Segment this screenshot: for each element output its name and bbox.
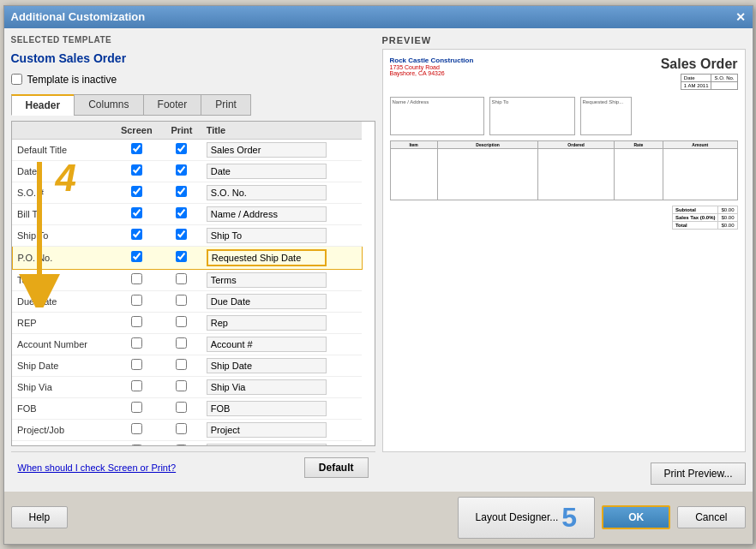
field-print-cell[interactable]	[162, 397, 201, 419]
field-print-cell[interactable]	[162, 203, 201, 224]
ok-button[interactable]: OK	[602, 505, 670, 529]
screen-checkbox[interactable]	[131, 186, 142, 197]
field-title-input[interactable]	[207, 315, 327, 331]
field-title-cell[interactable]	[201, 160, 362, 182]
print-checkbox[interactable]	[176, 229, 187, 240]
field-print-cell[interactable]	[162, 419, 201, 440]
table-row[interactable]: Ship Date	[12, 355, 362, 376]
field-screen-cell[interactable]	[111, 269, 162, 290]
field-screen-cell[interactable]	[111, 312, 162, 333]
print-checkbox[interactable]	[176, 359, 187, 370]
table-row[interactable]: REP	[12, 312, 362, 333]
field-print-cell[interactable]	[162, 440, 201, 446]
field-title-input[interactable]	[207, 228, 327, 243]
print-checkbox[interactable]	[176, 164, 187, 176]
field-title-input[interactable]	[207, 337, 327, 352]
field-screen-cell[interactable]	[111, 246, 162, 269]
screen-checkbox[interactable]	[131, 295, 142, 306]
fields-table-container[interactable]: Screen Print Title Default TitleDateS.O.…	[11, 121, 375, 446]
screen-checkbox[interactable]	[131, 229, 142, 240]
tab-print[interactable]: Print	[201, 94, 251, 116]
table-row[interactable]: Terms	[12, 269, 362, 290]
field-title-input[interactable]	[207, 164, 327, 179]
table-row[interactable]: Bill To	[12, 203, 362, 224]
table-row[interactable]: Date	[12, 160, 362, 182]
screen-checkbox[interactable]	[131, 337, 142, 349]
field-screen-cell[interactable]	[111, 419, 162, 440]
hint-link[interactable]: When should I check Screen or Print?	[18, 462, 177, 473]
tab-header[interactable]: Header	[11, 94, 75, 116]
field-title-input[interactable]	[207, 294, 327, 309]
field-title-cell[interactable]	[201, 333, 362, 355]
table-row[interactable]: Project/Job	[12, 419, 362, 440]
table-row[interactable]: Other	[12, 440, 362, 446]
help-button[interactable]: Help	[11, 506, 69, 528]
print-checkbox[interactable]	[176, 337, 187, 349]
print-checkbox[interactable]	[176, 316, 187, 327]
tab-columns[interactable]: Columns	[74, 94, 143, 116]
screen-checkbox[interactable]	[131, 143, 142, 154]
field-title-cell[interactable]	[201, 139, 362, 160]
screen-checkbox[interactable]	[131, 251, 142, 262]
table-row[interactable]: Due Date	[12, 290, 362, 312]
table-row[interactable]: Account Number	[12, 333, 362, 355]
field-title-input[interactable]	[207, 401, 327, 416]
field-title-input[interactable]	[207, 249, 327, 266]
field-screen-cell[interactable]	[111, 397, 162, 419]
screen-checkbox[interactable]	[131, 207, 142, 218]
field-print-cell[interactable]	[162, 269, 201, 290]
field-print-cell[interactable]	[162, 160, 201, 182]
field-title-cell[interactable]	[201, 312, 362, 333]
field-screen-cell[interactable]	[111, 224, 162, 246]
table-row[interactable]: S.O. #	[12, 182, 362, 203]
field-title-input[interactable]	[207, 206, 327, 222]
field-title-input[interactable]	[207, 379, 327, 395]
field-title-input[interactable]	[207, 185, 327, 200]
screen-checkbox[interactable]	[131, 423, 142, 434]
print-checkbox[interactable]	[176, 423, 187, 434]
field-print-cell[interactable]	[162, 246, 201, 269]
field-title-cell[interactable]	[201, 397, 362, 419]
field-screen-cell[interactable]	[111, 203, 162, 224]
print-checkbox[interactable]	[176, 143, 187, 154]
print-preview-button[interactable]: Print Preview...	[651, 462, 745, 485]
screen-checkbox[interactable]	[131, 164, 142, 176]
field-title-cell[interactable]	[201, 269, 362, 290]
tab-footer[interactable]: Footer	[143, 94, 202, 116]
field-screen-cell[interactable]	[111, 290, 162, 312]
print-checkbox[interactable]	[176, 402, 187, 413]
default-button[interactable]: Default	[304, 457, 369, 478]
print-checkbox[interactable]	[176, 251, 187, 262]
table-row[interactable]: Ship Via	[12, 376, 362, 397]
field-print-cell[interactable]	[162, 333, 201, 355]
field-title-cell[interactable]	[201, 224, 362, 246]
print-checkbox[interactable]	[176, 273, 187, 284]
screen-checkbox[interactable]	[131, 380, 142, 391]
field-title-input[interactable]	[207, 358, 327, 373]
field-screen-cell[interactable]	[111, 139, 162, 160]
field-title-cell[interactable]	[201, 440, 362, 446]
field-title-input[interactable]	[207, 422, 327, 438]
field-title-cell[interactable]	[201, 376, 362, 397]
table-row[interactable]: Ship To	[12, 224, 362, 246]
field-print-cell[interactable]	[162, 139, 201, 160]
table-row[interactable]: FOB	[12, 397, 362, 419]
field-title-input[interactable]	[207, 272, 327, 288]
screen-checkbox[interactable]	[131, 445, 142, 446]
field-title-input[interactable]	[207, 444, 327, 446]
table-row[interactable]: Default Title	[12, 139, 362, 160]
print-checkbox[interactable]	[176, 380, 187, 391]
field-screen-cell[interactable]	[111, 355, 162, 376]
field-print-cell[interactable]	[162, 312, 201, 333]
field-title-cell[interactable]	[201, 419, 362, 440]
field-print-cell[interactable]	[162, 290, 201, 312]
field-screen-cell[interactable]	[111, 160, 162, 182]
print-checkbox[interactable]	[176, 445, 187, 446]
screen-checkbox[interactable]	[131, 273, 142, 284]
cancel-button[interactable]: Cancel	[677, 506, 745, 528]
screen-checkbox[interactable]	[131, 402, 142, 413]
table-row[interactable]: P.O. No.	[12, 246, 362, 269]
field-screen-cell[interactable]	[111, 333, 162, 355]
print-checkbox[interactable]	[176, 186, 187, 197]
field-title-cell[interactable]	[201, 246, 362, 269]
